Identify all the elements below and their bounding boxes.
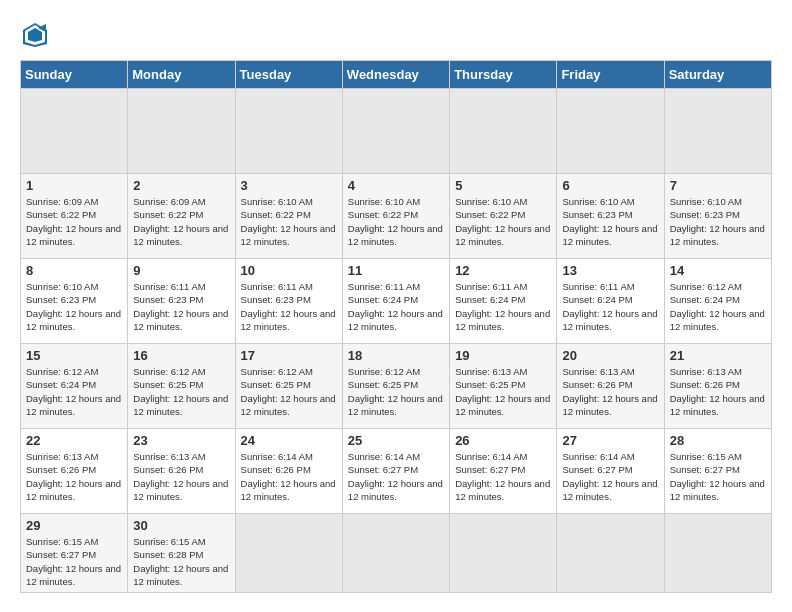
day-number: 9 [133,263,229,278]
day-info: Sunrise: 6:15 AMSunset: 6:27 PMDaylight:… [26,535,122,588]
logo [20,20,54,50]
calendar-cell: 1Sunrise: 6:09 AMSunset: 6:22 PMDaylight… [21,174,128,259]
calendar-cell: 17Sunrise: 6:12 AMSunset: 6:25 PMDayligh… [235,344,342,429]
calendar-week-row: 1Sunrise: 6:09 AMSunset: 6:22 PMDaylight… [21,174,772,259]
calendar-cell [664,89,771,174]
header [20,20,772,50]
day-number: 5 [455,178,551,193]
day-number: 8 [26,263,122,278]
calendar-week-row: 22Sunrise: 6:13 AMSunset: 6:26 PMDayligh… [21,429,772,514]
calendar-cell: 2Sunrise: 6:09 AMSunset: 6:22 PMDaylight… [128,174,235,259]
day-info: Sunrise: 6:11 AMSunset: 6:24 PMDaylight:… [455,280,551,333]
calendar-cell: 21Sunrise: 6:13 AMSunset: 6:26 PMDayligh… [664,344,771,429]
calendar-cell: 6Sunrise: 6:10 AMSunset: 6:23 PMDaylight… [557,174,664,259]
day-info: Sunrise: 6:11 AMSunset: 6:23 PMDaylight:… [241,280,337,333]
day-info: Sunrise: 6:10 AMSunset: 6:22 PMDaylight:… [348,195,444,248]
day-info: Sunrise: 6:12 AMSunset: 6:24 PMDaylight:… [26,365,122,418]
calendar-cell: 25Sunrise: 6:14 AMSunset: 6:27 PMDayligh… [342,429,449,514]
calendar: SundayMondayTuesdayWednesdayThursdayFrid… [20,60,772,593]
calendar-week-row [21,89,772,174]
calendar-cell: 15Sunrise: 6:12 AMSunset: 6:24 PMDayligh… [21,344,128,429]
day-header-monday: Monday [128,61,235,89]
day-number: 15 [26,348,122,363]
calendar-cell [235,89,342,174]
calendar-cell: 10Sunrise: 6:11 AMSunset: 6:23 PMDayligh… [235,259,342,344]
calendar-cell: 19Sunrise: 6:13 AMSunset: 6:25 PMDayligh… [450,344,557,429]
calendar-cell [342,89,449,174]
day-number: 10 [241,263,337,278]
calendar-cell: 23Sunrise: 6:13 AMSunset: 6:26 PMDayligh… [128,429,235,514]
calendar-cell: 22Sunrise: 6:13 AMSunset: 6:26 PMDayligh… [21,429,128,514]
day-number: 1 [26,178,122,193]
day-info: Sunrise: 6:13 AMSunset: 6:26 PMDaylight:… [562,365,658,418]
day-number: 23 [133,433,229,448]
calendar-cell [664,514,771,593]
calendar-cell [557,514,664,593]
calendar-cell: 13Sunrise: 6:11 AMSunset: 6:24 PMDayligh… [557,259,664,344]
day-info: Sunrise: 6:14 AMSunset: 6:26 PMDaylight:… [241,450,337,503]
day-number: 14 [670,263,766,278]
calendar-cell: 4Sunrise: 6:10 AMSunset: 6:22 PMDaylight… [342,174,449,259]
day-info: Sunrise: 6:09 AMSunset: 6:22 PMDaylight:… [133,195,229,248]
calendar-cell: 14Sunrise: 6:12 AMSunset: 6:24 PMDayligh… [664,259,771,344]
calendar-week-row: 29Sunrise: 6:15 AMSunset: 6:27 PMDayligh… [21,514,772,593]
day-info: Sunrise: 6:12 AMSunset: 6:25 PMDaylight:… [133,365,229,418]
day-info: Sunrise: 6:10 AMSunset: 6:23 PMDaylight:… [26,280,122,333]
day-info: Sunrise: 6:12 AMSunset: 6:24 PMDaylight:… [670,280,766,333]
calendar-cell: 29Sunrise: 6:15 AMSunset: 6:27 PMDayligh… [21,514,128,593]
day-number: 4 [348,178,444,193]
calendar-cell: 30Sunrise: 6:15 AMSunset: 6:28 PMDayligh… [128,514,235,593]
calendar-cell: 3Sunrise: 6:10 AMSunset: 6:22 PMDaylight… [235,174,342,259]
day-number: 24 [241,433,337,448]
day-number: 28 [670,433,766,448]
day-info: Sunrise: 6:11 AMSunset: 6:23 PMDaylight:… [133,280,229,333]
day-number: 7 [670,178,766,193]
calendar-week-row: 15Sunrise: 6:12 AMSunset: 6:24 PMDayligh… [21,344,772,429]
day-number: 18 [348,348,444,363]
calendar-cell: 24Sunrise: 6:14 AMSunset: 6:26 PMDayligh… [235,429,342,514]
day-info: Sunrise: 6:14 AMSunset: 6:27 PMDaylight:… [562,450,658,503]
day-number: 20 [562,348,658,363]
day-info: Sunrise: 6:13 AMSunset: 6:25 PMDaylight:… [455,365,551,418]
calendar-cell [128,89,235,174]
day-info: Sunrise: 6:11 AMSunset: 6:24 PMDaylight:… [348,280,444,333]
calendar-cell: 7Sunrise: 6:10 AMSunset: 6:23 PMDaylight… [664,174,771,259]
day-header-wednesday: Wednesday [342,61,449,89]
day-number: 13 [562,263,658,278]
day-number: 21 [670,348,766,363]
calendar-cell [450,514,557,593]
calendar-cell: 20Sunrise: 6:13 AMSunset: 6:26 PMDayligh… [557,344,664,429]
calendar-cell: 12Sunrise: 6:11 AMSunset: 6:24 PMDayligh… [450,259,557,344]
day-number: 3 [241,178,337,193]
day-header-tuesday: Tuesday [235,61,342,89]
calendar-cell: 11Sunrise: 6:11 AMSunset: 6:24 PMDayligh… [342,259,449,344]
day-number: 6 [562,178,658,193]
calendar-cell [21,89,128,174]
calendar-cell [450,89,557,174]
day-header-saturday: Saturday [664,61,771,89]
calendar-cell: 9Sunrise: 6:11 AMSunset: 6:23 PMDaylight… [128,259,235,344]
day-info: Sunrise: 6:10 AMSunset: 6:23 PMDaylight:… [670,195,766,248]
day-info: Sunrise: 6:10 AMSunset: 6:23 PMDaylight:… [562,195,658,248]
day-info: Sunrise: 6:13 AMSunset: 6:26 PMDaylight:… [133,450,229,503]
day-info: Sunrise: 6:15 AMSunset: 6:27 PMDaylight:… [670,450,766,503]
day-header-thursday: Thursday [450,61,557,89]
day-info: Sunrise: 6:14 AMSunset: 6:27 PMDaylight:… [455,450,551,503]
day-header-friday: Friday [557,61,664,89]
calendar-cell: 16Sunrise: 6:12 AMSunset: 6:25 PMDayligh… [128,344,235,429]
day-header-sunday: Sunday [21,61,128,89]
day-number: 25 [348,433,444,448]
day-info: Sunrise: 6:13 AMSunset: 6:26 PMDaylight:… [670,365,766,418]
day-info: Sunrise: 6:14 AMSunset: 6:27 PMDaylight:… [348,450,444,503]
day-number: 22 [26,433,122,448]
calendar-cell: 18Sunrise: 6:12 AMSunset: 6:25 PMDayligh… [342,344,449,429]
day-info: Sunrise: 6:15 AMSunset: 6:28 PMDaylight:… [133,535,229,588]
calendar-cell [557,89,664,174]
day-number: 16 [133,348,229,363]
calendar-cell [235,514,342,593]
day-info: Sunrise: 6:10 AMSunset: 6:22 PMDaylight:… [241,195,337,248]
day-number: 19 [455,348,551,363]
day-info: Sunrise: 6:13 AMSunset: 6:26 PMDaylight:… [26,450,122,503]
calendar-cell [342,514,449,593]
calendar-cell: 8Sunrise: 6:10 AMSunset: 6:23 PMDaylight… [21,259,128,344]
